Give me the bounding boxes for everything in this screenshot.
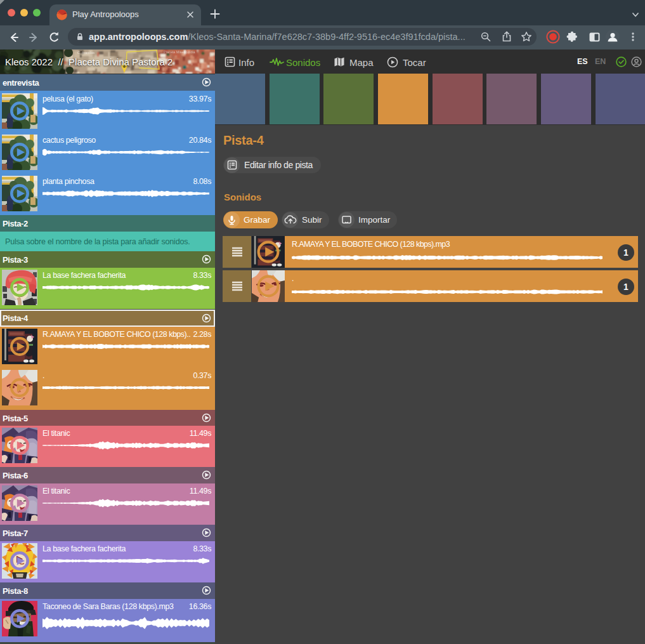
svg-text:C. Arandas: C. Arandas [77, 51, 94, 55]
svg-text:Placeta Misericordia: Placeta Misericordia [164, 50, 195, 54]
